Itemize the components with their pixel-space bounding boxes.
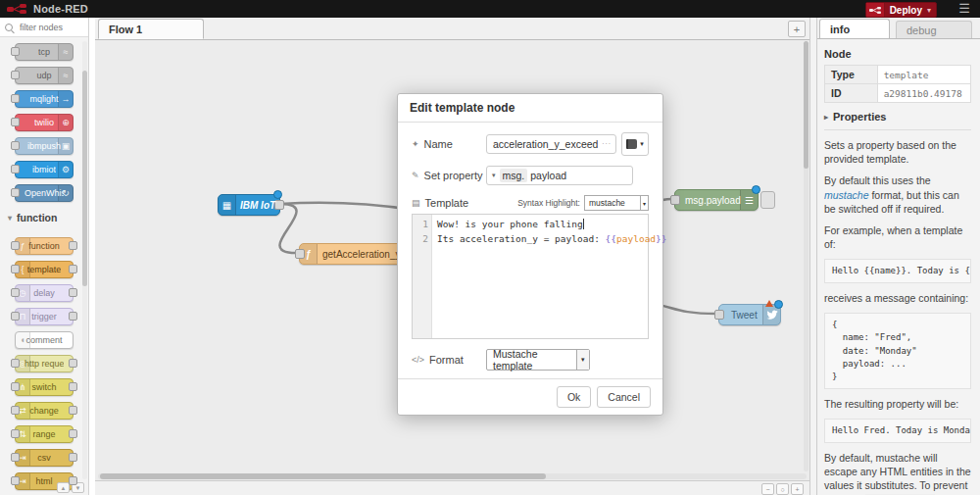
palette-node[interactable]: ⊓ trigger xyxy=(15,308,74,325)
info-sidebar: info debug Node Type template ID a29811b… xyxy=(815,18,980,495)
id-label: ID xyxy=(825,84,878,103)
chevron-down-icon[interactable]: ▾ xyxy=(492,172,496,179)
syntax-highlight-select[interactable]: mustache▾ xyxy=(584,195,649,211)
zoom-in-button[interactable]: + xyxy=(791,483,804,495)
palette-node[interactable]: ≈ tcp xyxy=(15,43,74,61)
sidebar-splitter[interactable] xyxy=(809,18,817,495)
id-value: a29811b0.49178 xyxy=(877,84,970,103)
format-row: </> Format Mustache template▾ xyxy=(412,349,649,371)
palette-node[interactable]: ↻ OpenWhisk xyxy=(15,184,74,202)
node-label: tcp xyxy=(38,47,50,57)
palette-node[interactable]: ◖ comment xyxy=(15,331,74,349)
zoom-out-button[interactable]: − xyxy=(761,483,774,495)
palette-node[interactable]: ⋔ switch xyxy=(15,378,74,396)
property-value: payload xyxy=(530,170,566,181)
chip-icon: ▦ xyxy=(219,195,236,215)
h-scrollbar-thumb[interactable] xyxy=(100,473,546,479)
dialog-footer: Ok Cancel xyxy=(398,378,662,415)
node-output-port[interactable] xyxy=(274,200,284,210)
palette-section-function[interactable]: ▾ function xyxy=(8,212,88,223)
palette-search[interactable] xyxy=(0,18,88,37)
template-code-editor[interactable]: 12 Wow! is your phone falling Its accele… xyxy=(412,214,649,339)
flow-node-get-acceleration-y[interactable]: ƒ getAcceleration_y xyxy=(299,243,403,265)
node-label: delay xyxy=(33,288,55,298)
tab-info[interactable]: info xyxy=(819,19,890,38)
node-label: template xyxy=(27,265,62,274)
main-menu-icon[interactable]: ☰ xyxy=(958,1,970,16)
node-input-port[interactable] xyxy=(670,195,680,205)
flow-node-msg-payload[interactable]: msg.payload ☰ xyxy=(674,189,759,211)
node-label: range xyxy=(32,429,55,439)
dialog-body: ✦ Name ... ▾ ✎ Set property ▾ xyxy=(398,123,662,378)
palette-node[interactable]: ◎ http request xyxy=(15,355,74,372)
node-icon: ≈ xyxy=(58,68,73,83)
chevron-down-icon: ▾ xyxy=(640,140,644,148)
node-icon: ⚙ xyxy=(58,162,73,177)
v-scrollbar-thumb[interactable] xyxy=(804,41,808,169)
node-label: function xyxy=(28,241,60,251)
flow-node-tweet[interactable]: Tweet xyxy=(718,304,781,325)
node-output-port xyxy=(69,288,77,297)
zoom-reset-button[interactable]: ○ xyxy=(776,483,789,495)
name-row: ✦ Name ... ▾ xyxy=(412,132,649,156)
debug-enable-toggle[interactable] xyxy=(760,191,775,209)
palette-scrollbar[interactable] xyxy=(82,41,87,479)
tab-flow-1[interactable]: Flow 1 xyxy=(98,19,204,39)
node-input-port xyxy=(11,312,20,321)
undeployed-change-dot xyxy=(752,185,760,194)
chevron-down-icon: ▾ xyxy=(640,196,646,210)
deploy-icon xyxy=(866,3,885,17)
pencil-icon: ✎ xyxy=(412,171,419,180)
ok-button[interactable]: Ok xyxy=(557,386,591,408)
palette-scrollbar-thumb[interactable] xyxy=(82,71,87,286)
add-flow-button[interactable]: + xyxy=(788,21,806,37)
expand-input-button[interactable]: ... xyxy=(602,137,612,146)
library-button[interactable]: ▾ xyxy=(621,132,649,156)
palette-node[interactable]: ⊕ twilio xyxy=(15,114,74,131)
property-input[interactable]: ▾ msg. payload xyxy=(486,166,633,185)
help-code-block: Hello {{name}}. Today is {{date}} xyxy=(824,259,971,283)
palette-node[interactable]: ◷ delay xyxy=(15,284,74,302)
palette-node[interactable]: ≈ udp xyxy=(15,67,74,84)
node-label: ibmiot xyxy=(32,165,56,174)
node-label: http request xyxy=(24,359,64,369)
palette-node[interactable]: → mqlight xyxy=(15,90,74,108)
node-input-port[interactable] xyxy=(714,310,724,320)
node-icon: ≈ xyxy=(58,44,73,60)
filter-nodes-input[interactable] xyxy=(18,22,80,33)
format-label: </> Format xyxy=(412,354,486,366)
template-label: ▤ Template xyxy=(412,197,468,209)
node-label: ibmpush xyxy=(27,141,61,151)
format-select[interactable]: Mustache template▾ xyxy=(486,349,590,371)
editor-content[interactable]: Wow! is your phone falling Its accelerat… xyxy=(432,215,667,338)
palette-node[interactable]: { template xyxy=(15,261,74,278)
node-info-table: Type template ID a29811b0.49178 xyxy=(824,65,971,103)
palette-node[interactable]: ⇥ csv xyxy=(15,449,74,467)
deploy-label: Deploy xyxy=(885,5,927,16)
deploy-button[interactable]: Deploy ▾ xyxy=(865,2,937,18)
node-input-port xyxy=(11,265,20,273)
node-output-port xyxy=(69,265,77,273)
tag-icon: ✦ xyxy=(412,139,419,149)
scroll-up-button[interactable]: ▲ xyxy=(57,482,70,493)
palette-node[interactable]: ⇄ change xyxy=(15,402,74,420)
palette-node[interactable]: ƒ function xyxy=(15,237,74,255)
palette-node[interactable]: ⇅ range xyxy=(15,425,74,443)
deploy-caret-icon[interactable]: ▾ xyxy=(927,6,936,15)
table-row: ID a29811b0.49178 xyxy=(825,84,971,103)
flow-node-ibm-iot[interactable]: ▦ IBM IoT xyxy=(218,194,280,216)
cancel-button[interactable]: Cancel xyxy=(597,386,651,408)
node-input-port[interactable] xyxy=(295,249,305,259)
properties-toggle[interactable]: ▸ Properties xyxy=(824,111,971,123)
name-input[interactable] xyxy=(486,134,616,154)
mustache-link[interactable]: mustache xyxy=(824,189,869,201)
canvas-vertical-scrollbar[interactable] xyxy=(804,41,808,471)
palette-node[interactable]: ▣ ibmpush xyxy=(15,137,74,155)
palette-node[interactable]: ⚙ ibmiot xyxy=(15,161,74,178)
sidebar-tabs: info debug xyxy=(815,18,980,39)
node-label: html xyxy=(35,476,52,486)
node-input-port xyxy=(11,118,20,126)
canvas-horizontal-scrollbar[interactable] xyxy=(98,473,807,479)
tab-debug[interactable]: debug xyxy=(896,21,972,38)
node-red-logo-icon xyxy=(7,3,28,15)
